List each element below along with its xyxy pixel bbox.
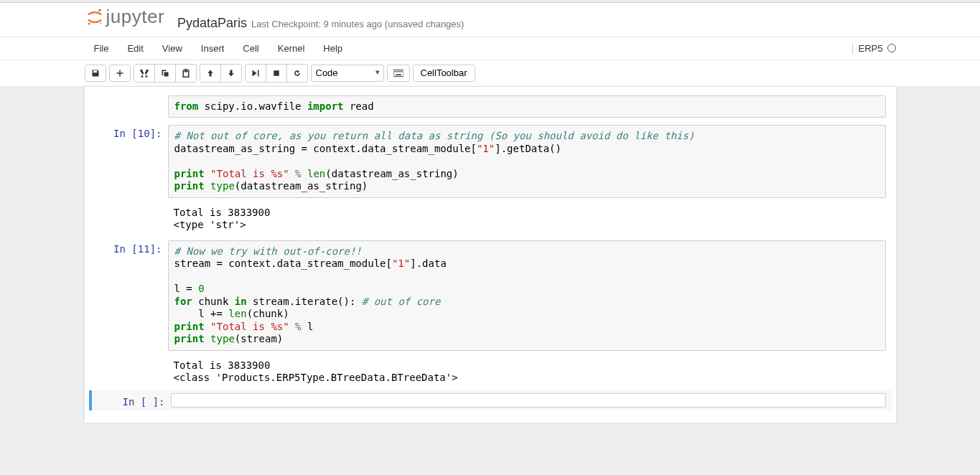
celltoolbar-button[interactable]: CellToolbar bbox=[413, 65, 475, 82]
run-button[interactable] bbox=[246, 65, 266, 82]
input-prompt: In [ ]: bbox=[92, 393, 171, 408]
keyboard-icon bbox=[393, 69, 403, 77]
stop-icon bbox=[272, 69, 281, 77]
code-cell[interactable]: In [10]: # Not out of core, as you retur… bbox=[89, 122, 892, 201]
menu-file[interactable]: File bbox=[85, 39, 118, 58]
move-down-button[interactable] bbox=[221, 65, 241, 82]
save-button[interactable] bbox=[85, 65, 106, 82]
cell-output: Total is 3833900 <type 'str'> bbox=[89, 202, 892, 236]
code-input[interactable]: # Now we try with out-of-core!! stream =… bbox=[168, 240, 886, 351]
copy-icon bbox=[161, 69, 169, 77]
input-prompt: In [10]: bbox=[89, 125, 168, 198]
svg-point-2 bbox=[100, 22, 101, 24]
checkpoint-status: Last Checkpoint: 9 minutes ago (unsaved … bbox=[251, 19, 464, 29]
input-prompt bbox=[89, 95, 168, 118]
plus-icon bbox=[116, 69, 124, 77]
svg-rect-7 bbox=[398, 70, 399, 72]
arrow-up-icon bbox=[206, 69, 215, 77]
jupyter-icon bbox=[85, 7, 105, 27]
restart-button[interactable] bbox=[287, 65, 307, 82]
cell-type-select[interactable]: Code bbox=[311, 65, 384, 82]
menu-insert[interactable]: Insert bbox=[192, 39, 234, 58]
move-up-button[interactable] bbox=[200, 65, 221, 82]
svg-point-0 bbox=[98, 9, 101, 11]
output-text: Total is 3833900 <type 'str'> bbox=[168, 202, 886, 236]
kernel-indicator[interactable]: ERP5 bbox=[852, 43, 896, 54]
menu-view[interactable]: View bbox=[153, 39, 192, 58]
svg-rect-9 bbox=[401, 70, 402, 72]
code-input[interactable]: from scipy.io.wavfile import read bbox=[168, 95, 886, 118]
input-prompt: In [11]: bbox=[89, 240, 168, 351]
restart-icon bbox=[293, 69, 302, 77]
code-cell-selected[interactable]: In [ ]: bbox=[89, 390, 892, 410]
cell-output: Total is 3833900 <class 'Products.ERP5Ty… bbox=[89, 355, 892, 389]
paste-icon bbox=[182, 69, 190, 77]
svg-rect-6 bbox=[396, 70, 397, 72]
menu-cell[interactable]: Cell bbox=[233, 39, 268, 58]
arrow-down-icon bbox=[227, 69, 235, 77]
code-cell[interactable]: from scipy.io.wavfile import read bbox=[89, 93, 892, 121]
interrupt-button[interactable] bbox=[266, 65, 287, 82]
code-input[interactable] bbox=[171, 393, 886, 408]
menubar: File Edit View Insert Cell Kernel Help bbox=[85, 39, 353, 58]
paste-button[interactable] bbox=[176, 65, 196, 82]
logo-text: jupyter bbox=[106, 6, 165, 28]
svg-rect-8 bbox=[399, 70, 401, 72]
copy-button[interactable] bbox=[155, 65, 176, 82]
svg-rect-3 bbox=[274, 70, 279, 76]
code-cell[interactable]: In [11]: # Now we try with out-of-core!!… bbox=[89, 238, 892, 354]
svg-rect-5 bbox=[394, 70, 396, 72]
code-input[interactable]: # Not out of core, as you return all dat… bbox=[168, 125, 886, 198]
add-cell-button[interactable] bbox=[109, 65, 131, 82]
save-icon bbox=[91, 69, 100, 77]
menu-kernel[interactable]: Kernel bbox=[269, 39, 314, 58]
kernel-status-icon bbox=[887, 44, 896, 52]
step-forward-icon bbox=[251, 69, 260, 77]
notebook-container: from scipy.io.wavfile import read In [10… bbox=[85, 87, 896, 423]
svg-rect-4 bbox=[393, 70, 403, 76]
cut-icon bbox=[140, 69, 149, 77]
command-palette-button[interactable] bbox=[387, 65, 410, 82]
menu-edit[interactable]: Edit bbox=[118, 39, 152, 58]
svg-rect-10 bbox=[396, 74, 401, 75]
svg-point-1 bbox=[88, 22, 90, 24]
output-text: Total is 3833900 <class 'Products.ERP5Ty… bbox=[168, 355, 886, 389]
cut-button[interactable] bbox=[134, 65, 155, 82]
notebook-name[interactable]: PydataParis bbox=[177, 16, 247, 31]
menu-help[interactable]: Help bbox=[314, 39, 352, 58]
kernel-name: ERP5 bbox=[859, 43, 883, 54]
jupyter-logo[interactable]: jupyter bbox=[85, 6, 165, 28]
toolbar: Code CellToolbar bbox=[85, 62, 896, 85]
